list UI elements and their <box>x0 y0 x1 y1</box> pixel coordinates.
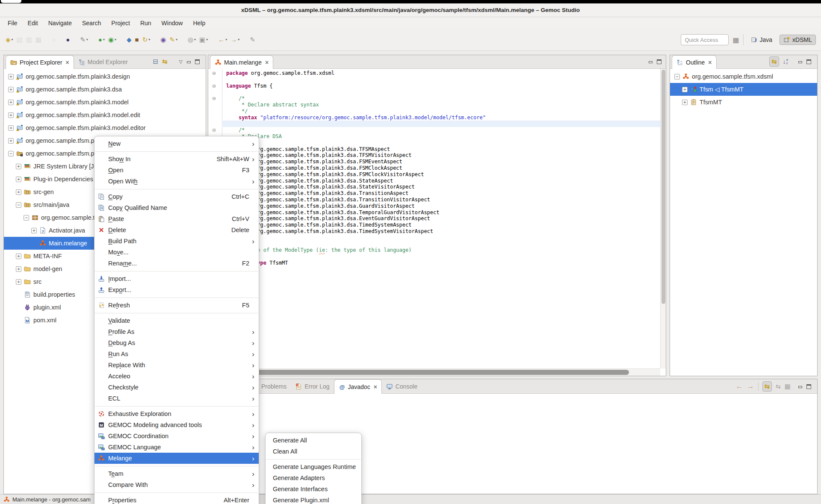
menu-item-show-in[interactable]: Show InShift+Alt+W› <box>95 153 259 165</box>
minimize-icon[interactable] <box>798 384 803 389</box>
minimize-icon[interactable] <box>648 59 653 64</box>
dropdown-caret-icon[interactable]: ▾ <box>194 38 196 41</box>
menu-item-gemoc-language[interactable]: GEMOC Language› <box>95 442 259 453</box>
fold-collapse-icon[interactable]: ⊖ <box>212 96 218 101</box>
back-icon[interactable]: ← <box>736 382 743 391</box>
code-line[interactable]: * Declare abstract syntax <box>223 102 660 108</box>
menu-item-generate-plugin-xml[interactable]: Generate Plugin.xml <box>266 495 361 504</box>
tab-project-explorer[interactable]: Project Explorer × <box>6 55 74 69</box>
dropdown-caret-icon[interactable]: ▾ <box>86 38 88 41</box>
collapse-icon[interactable]: − <box>16 202 21 208</box>
tab-main-melange[interactable]: Main.melange × <box>210 55 273 69</box>
code-line[interactable] <box>223 121 660 127</box>
expand-icon[interactable]: + <box>8 138 14 144</box>
code-line[interactable]: * name of the ModelType (ie: the type of… <box>223 247 660 253</box>
show-source-icon[interactable]: ▦ <box>785 383 791 390</box>
code-line[interactable] <box>223 235 660 241</box>
expand-icon[interactable]: + <box>16 279 21 285</box>
vertical-scrollbar[interactable] <box>660 69 666 368</box>
menubar-navigate[interactable]: Navigate <box>43 18 77 28</box>
menu-item-replace-with[interactable]: Replace With› <box>95 360 259 371</box>
tree-item-tfsmmt[interactable]: +TfsmMT <box>670 96 817 109</box>
toolbar-back-button[interactable]: ←▾ <box>217 34 228 45</box>
toolbar-table-button[interactable]: ▣▾ <box>198 34 209 45</box>
menu-item-acceleo[interactable]: Acceleo› <box>95 371 259 382</box>
perspective-java-button[interactable]: J Java <box>747 35 776 44</box>
close-icon[interactable]: × <box>66 59 69 66</box>
toolbar-save-button[interactable]: ▤ <box>15 34 24 45</box>
tree-item-org-gemoc-sample-tfsm-plaink3-model[interactable]: +org.gemoc.sample.tfsm.plaink3.model <box>4 96 206 109</box>
view-menu-icon[interactable]: ▽ <box>179 59 183 65</box>
dropdown-caret-icon[interactable]: ▾ <box>238 38 239 41</box>
dropdown-caret-icon[interactable]: ▾ <box>176 38 177 41</box>
scrollbar-thumb[interactable] <box>662 70 665 304</box>
menu-item-copy-qualified-name[interactable]: Copy Qualified Name <box>95 202 259 213</box>
expand-icon[interactable]: + <box>682 100 688 105</box>
code-line[interactable]: with org.gemoc.sample.tfsm.plaink3.dsa.S… <box>223 178 660 184</box>
tree-item-org-gemoc-sample-tfsm-plaink3-design[interactable]: +org.gemoc.sample.tfsm.plaink3.design <box>4 70 206 83</box>
tab-model-explorer[interactable]: Model Explorer <box>74 55 132 68</box>
expand-icon[interactable]: + <box>16 164 21 169</box>
code-line[interactable]: with org.gemoc.sample.tfsm.plaink3.dsa.F… <box>223 165 660 171</box>
close-icon[interactable]: × <box>265 59 269 66</box>
tab-error-log[interactable]: Error Log <box>291 379 334 393</box>
menu-item-team[interactable]: Team› <box>95 468 259 479</box>
toolbar-external-tools-button[interactable]: ○ <box>50 34 57 45</box>
code-line[interactable]: with org.gemoc.sample.tfsm.plaink3.dsa.F… <box>223 171 660 178</box>
maximize-icon[interactable] <box>657 59 662 64</box>
forward-icon[interactable]: → <box>747 382 754 391</box>
quick-access-input[interactable] <box>681 34 729 45</box>
menubar-file[interactable]: File <box>3 18 23 28</box>
open-attached-icon[interactable]: ⇆ <box>776 383 781 390</box>
code-line[interactable]: exactType TfsmMT <box>223 260 660 266</box>
editor-body[interactable]: ⊖⊖⊖⊖ package org.gemoc.sample.tfsm.xdsml… <box>208 69 666 376</box>
collapse-icon[interactable]: − <box>24 215 29 221</box>
code-line[interactable]: package org.gemoc.sample.tfsm.xdsml <box>223 70 660 77</box>
code-line[interactable]: syntax "platform:/resource/org.gemoc.sam… <box>223 115 660 121</box>
menu-item-exhaustive-exploration[interactable]: Exhaustive Exploration› <box>95 408 259 419</box>
menu-item-generate-adapters[interactable]: Generate Adapters <box>266 472 361 483</box>
tree-item-tfsm-tfsmmt[interactable]: +Tfsm ◁ TfsmMT <box>670 83 817 96</box>
code-line[interactable]: with org.gemoc.sample.tfsm.plaink3.dsa.T… <box>223 190 660 197</box>
menu-item-export[interactable]: Export... <box>95 284 259 295</box>
menu-item-generate-interfaces[interactable]: Generate Interfaces <box>266 483 361 495</box>
toolbar-search-button[interactable]: ◎▾ <box>186 34 197 45</box>
code-line[interactable]: with org.gemoc.sample.tfsm.plaink3.dsa.F… <box>223 159 660 165</box>
close-icon[interactable]: × <box>374 383 377 390</box>
maximize-icon[interactable] <box>195 59 200 64</box>
code-line[interactable]: with org.gemoc.sample.tfsm.plaink3.dsa.E… <box>223 215 660 222</box>
menubar-search[interactable]: Search <box>77 18 106 28</box>
menu-item-build-path[interactable]: Build Path› <box>95 236 259 247</box>
menu-item-profile-as[interactable]: Profile As› <box>95 326 259 337</box>
menu-item-melange[interactable]: Melange› <box>95 453 259 464</box>
sort-alphabetically-icon[interactable]: ↓az <box>783 58 788 65</box>
menubar-edit[interactable]: Edit <box>23 18 43 28</box>
menu-item-generate-all[interactable]: Generate All <box>266 435 361 446</box>
maximize-icon[interactable] <box>806 384 811 389</box>
menu-item-checkstyle[interactable]: Checkstyle› <box>95 382 259 393</box>
close-icon[interactable]: × <box>708 59 712 66</box>
menu-item-properties[interactable]: PropertiesAlt+Enter <box>95 495 259 504</box>
toolbar-new-element-button[interactable]: ✎▾ <box>79 34 89 45</box>
toolbar-java-browsing-button[interactable]: ● <box>65 34 71 45</box>
expand-icon[interactable]: + <box>8 112 14 118</box>
menu-item-clean-all[interactable]: Clean All <box>266 446 361 457</box>
maximize-icon[interactable] <box>806 59 811 64</box>
code-line[interactable]: with org.gemoc.sample.tfsm.plaink3.dsa.S… <box>223 184 660 190</box>
menu-item-open[interactable]: OpenF3 <box>95 165 259 176</box>
code-line[interactable]: /* <box>223 241 660 248</box>
code-line[interactable]: */ <box>223 140 660 146</box>
code-line[interactable]: /* <box>223 95 660 102</box>
expand-icon[interactable]: + <box>8 125 14 131</box>
menu-item-ecl[interactable]: ECL› <box>95 393 259 404</box>
tree-item-org-gemoc-sample-tfsm-plaink3-dsa[interactable]: +org.gemoc.sample.tfsm.plaink3.dsa <box>4 83 206 96</box>
code-line[interactable]: } <box>223 273 660 279</box>
toolbar-run-external-button[interactable]: ◉▾ <box>107 34 118 45</box>
code-line[interactable]: /* <box>223 127 660 133</box>
minimize-icon[interactable] <box>186 59 191 64</box>
tab-console[interactable]: Console <box>382 379 422 393</box>
code-line[interactable]: language Tfsm { <box>223 83 660 89</box>
toolbar-new-wizard-button[interactable]: ◈▾ <box>4 34 15 45</box>
expand-icon[interactable]: + <box>16 266 21 272</box>
perspective-xdsml-button[interactable]: xDSML <box>780 35 816 45</box>
